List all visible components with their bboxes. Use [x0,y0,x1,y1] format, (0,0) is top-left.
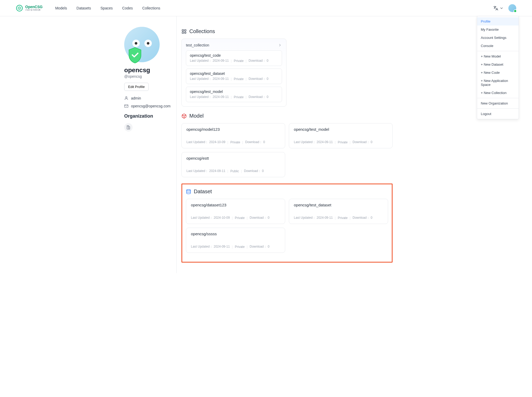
dataset-card[interactable]: opencsg/dataset123 Last Updated： 2024-10… [186,199,285,224]
sub-item-title: opencsg/test_model [190,90,278,94]
collection-sub-item[interactable]: opencsg/test_dataset Last Updated： 2024-… [186,69,282,84]
nav: Models Datasets Spaces Codes Collections [55,6,160,10]
model-title: Model [189,113,204,119]
nav-spaces[interactable]: Spaces [101,6,113,10]
dataset-card[interactable]: opencsg/sssss Last Updated： 2024-09-11 |… [186,228,285,253]
online-badge [514,9,517,13]
avatar[interactable] [508,4,516,12]
dropdown-new-dataset[interactable]: + New Dataset [477,60,519,69]
organization-title: Organization [124,113,176,119]
collection-name-label: test_collection [186,43,209,47]
sub-item-title: opencsg/test_code [190,53,278,58]
database-icon [186,189,191,194]
dropdown-profile[interactable]: Profile [477,17,519,25]
svg-rect-11 [182,32,184,33]
dropdown-new-code[interactable]: + New Code [477,69,519,77]
visibility-label: Private [234,95,243,99]
cube-icon [181,113,187,119]
username: opencsg [124,66,176,74]
last-updated-label: Last Updated： 2024-09-11 [186,169,225,173]
download-label: Download： 0 [249,59,268,63]
edit-profile-button[interactable]: Edit Profile [124,83,149,91]
card-meta: Last Updated： 2024-10-09 | Private | Dow… [186,140,280,144]
dropdown-new-org[interactable]: New Organization [477,99,519,107]
last-updated-label: Last Updated： 2024-10-09 [186,140,225,144]
verified-shield-icon [127,47,143,64]
sub-item-title: opencsg/test_dataset [190,71,278,76]
dataset-title: Dataset [194,189,212,195]
collection-name-row[interactable]: test_collection [186,43,282,47]
collections-title: Collections [189,28,215,34]
svg-point-12 [185,32,186,33]
collection-sub-item[interactable]: opencsg/test_model Last Updated： 2024-09… [186,87,282,102]
svg-point-3 [126,97,127,98]
svg-point-14 [187,189,191,191]
header-left: OpenCSG 开源开放 智信无限 Models Datasets Spaces… [16,4,160,12]
sub-item-meta: Last Updated： 2024-09-11 | Private | Dow… [190,59,278,63]
card-meta: Last Updated： 2024-09-11 | Private | Dow… [191,244,280,249]
sidebar: opencsg @opencsg Edit Profile admin open… [98,16,177,273]
header: OpenCSG 开源开放 智信无限 Models Datasets Spaces… [0,0,532,16]
dropdown-section-new: + New Model + New Dataset + New Code + N… [477,51,519,98]
nav-codes[interactable]: Codes [122,6,133,10]
svg-rect-10 [185,29,186,31]
dropdown-new-space[interactable]: + New Application Space [477,77,519,89]
user-dropdown-menu: Profile My Favorite Account Settings Con… [477,16,519,119]
dropdown-account-settings[interactable]: Account Settings [477,34,519,42]
card-title: opencsg/estt [186,156,280,160]
dropdown-new-collection[interactable]: + New Collection [477,89,519,97]
content: Collections test_collection opencsg/test… [177,16,397,273]
model-header: Model [181,113,393,119]
visibility-label: Public [230,169,239,173]
card-meta: Last Updated： 2024-09-11 | Public | Down… [186,169,280,173]
dropdown-console[interactable]: Console [477,42,519,50]
dataset-header: Dataset [186,189,388,195]
collections-icon [181,29,187,34]
language-selector[interactable] [493,6,504,11]
logo[interactable]: OpenCSG 开源开放 智信无限 [16,4,43,12]
card-title: opencsg/test_dataset [294,203,383,207]
logo-icon [16,4,23,12]
last-updated-label: Last Updated： 2024-09-11 [294,140,333,144]
svg-rect-9 [182,29,184,31]
collection-sub-item[interactable]: opencsg/test_code Last Updated： 2024-09-… [186,50,282,66]
dropdown-favorite[interactable]: My Favorite [477,25,519,34]
dataset-card[interactable]: opencsg/test_dataset Last Updated： 2024-… [289,199,388,224]
download-label: Download： 0 [353,216,372,220]
profile-role: admin [124,96,176,100]
dropdown-logout[interactable]: Logout [477,110,519,118]
dataset-section-highlighted: Dataset opencsg/dataset123 Last Updated：… [181,184,393,263]
nav-datasets[interactable]: Datasets [76,6,91,10]
email-label: opencsg@opencsg.com [131,104,170,108]
last-updated-label: Last Updated： 2024-09-11 [191,244,230,249]
last-updated-label: Last Updated： 2024-09-11 [190,95,229,99]
nav-models[interactable]: Models [55,6,67,10]
dropdown-new-model[interactable]: + New Model [477,52,519,60]
visibility-label: Private [230,140,240,144]
svg-point-2 [19,8,20,9]
model-card[interactable]: opencsg/test_model Last Updated： 2024-09… [289,123,393,148]
user-icon [124,96,128,100]
download-label: Download： 0 [353,140,372,144]
collections-header: Collections [181,28,393,34]
download-label: Download： 0 [250,216,269,220]
mail-icon [124,104,128,108]
model-card[interactable]: opencsg/estt Last Updated： 2024-09-11 | … [181,152,285,177]
card-title: opencsg/test_model [294,127,388,132]
last-updated-label: Last Updated： 2024-09-11 [190,59,229,63]
building-icon [126,125,131,129]
download-label: Download： 0 [244,169,264,173]
user-handle: @opencsg [124,74,176,79]
dropdown-section-account: Profile My Favorite Account Settings Con… [477,16,519,51]
sub-item-meta: Last Updated： 2024-09-11 | Private | Dow… [190,95,278,99]
chevron-right-icon [278,43,282,47]
organization-item[interactable] [124,123,133,132]
model-card[interactable]: opencsg/model123 Last Updated： 2024-10-0… [181,123,285,148]
header-right: Profile My Favorite Account Settings Con… [493,4,516,12]
visibility-label: Private [338,216,347,220]
visibility-label: Private [234,59,243,63]
nav-collections[interactable]: Collections [142,6,160,10]
card-meta: Last Updated： 2024-09-11 | Private | Dow… [294,216,383,220]
profile-avatar [124,27,160,62]
translate-icon [493,6,498,11]
